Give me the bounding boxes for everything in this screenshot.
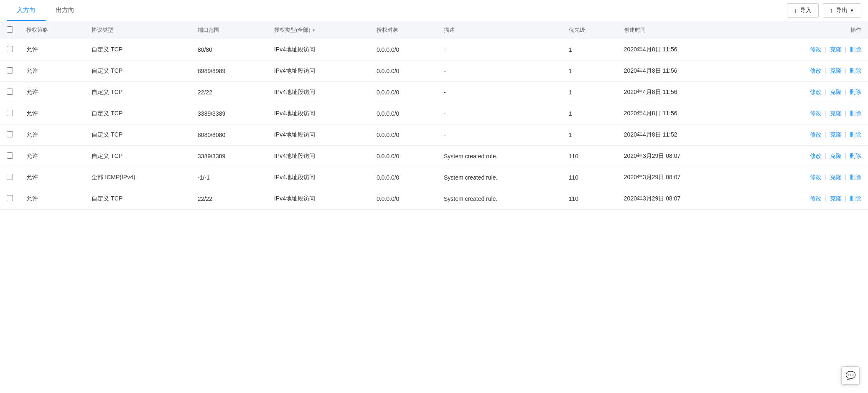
cell-protocol: 自定义 TCP [85,188,191,210]
cell-actions: 修改 | 克隆 | 删除 [748,82,868,103]
tab-inbound[interactable]: 入方向 [7,0,46,21]
export-dropdown-icon: ▼ [850,8,854,13]
row-checkbox-3[interactable] [7,110,13,116]
clone-link-3[interactable]: 克隆 [830,110,842,117]
cell-desc: - [437,103,562,124]
cell-created: 2020年3月29日 08:07 [617,167,748,188]
cell-desc: - [437,124,562,146]
cell-auth-target: 0.0.0.0/0 [370,61,437,82]
header-priority: 优先级 [562,21,617,39]
table-row: 允许 自定义 TCP 22/22 IPv4地址段访问 0.0.0.0/0 Sys… [0,188,868,210]
cell-desc: - [437,39,562,61]
cell-policy: 允许 [20,188,85,210]
export-button[interactable]: 导出 ▼ [823,3,861,18]
cell-auth-type: IPv4地址段访问 [267,167,370,188]
cell-desc: System created rule. [437,146,562,167]
cell-desc: - [437,61,562,82]
row-checkbox-cell [0,124,20,146]
import-label: 导入 [800,7,812,14]
clone-link-0[interactable]: 克隆 [830,46,842,53]
cell-actions: 修改 | 克隆 | 删除 [748,167,868,188]
cell-created: 2020年4月8日 11:52 [617,124,748,146]
cell-created: 2020年3月29日 08:07 [617,188,748,210]
row-checkbox-6[interactable] [7,174,13,180]
delete-link-7[interactable]: 删除 [850,195,861,202]
cell-port: -1/-1 [191,167,267,188]
cell-created: 2020年3月29日 08:07 [617,146,748,167]
edit-link-1[interactable]: 修改 [810,67,822,74]
delete-link-6[interactable]: 删除 [850,174,861,180]
cell-auth-type: IPv4地址段访问 [267,61,370,82]
cell-auth-target: 0.0.0.0/0 [370,103,437,124]
cell-desc: - [437,82,562,103]
sep2-6: | [845,174,846,180]
sep1-2: | [825,89,827,95]
cell-priority: 110 [562,146,617,167]
delete-link-0[interactable]: 删除 [850,46,861,53]
header-auth-type[interactable]: 授权类型(全部) ▼ [267,21,370,39]
clone-link-6[interactable]: 克隆 [830,174,842,180]
delete-link-3[interactable]: 删除 [850,110,861,117]
edit-link-2[interactable]: 修改 [810,89,822,95]
row-checkbox-1[interactable] [7,67,13,74]
rules-table: 授权策略 协议类型 端口范围 授权类型(全部) ▼ 授权对象 描述 优先级 创建… [0,21,868,210]
cell-desc: System created rule. [437,167,562,188]
cell-port: 8989/8989 [191,61,267,82]
clone-link-7[interactable]: 克隆 [830,195,842,202]
cell-policy: 允许 [20,103,85,124]
auth-type-filter[interactable]: 授权类型(全部) ▼ [274,26,316,34]
row-checkbox-0[interactable] [7,46,13,52]
edit-link-5[interactable]: 修改 [810,152,822,159]
cell-priority: 1 [562,39,617,61]
delete-link-1[interactable]: 删除 [850,67,861,74]
edit-link-3[interactable]: 修改 [810,110,822,117]
row-checkbox-2[interactable] [7,89,13,95]
edit-link-0[interactable]: 修改 [810,46,822,53]
cell-actions: 修改 | 克隆 | 删除 [748,61,868,82]
clone-link-2[interactable]: 克隆 [830,89,842,95]
delete-link-4[interactable]: 删除 [850,131,861,138]
header-auth-target: 授权对象 [370,21,437,39]
sep1-4: | [825,131,827,138]
sep2-1: | [845,67,846,74]
row-checkbox-cell [0,146,20,167]
delete-link-5[interactable]: 删除 [850,152,861,159]
table-row: 允许 自定义 TCP 22/22 IPv4地址段访问 0.0.0.0/0 - 1… [0,82,868,103]
cell-policy: 允许 [20,124,85,146]
cell-priority: 110 [562,188,617,210]
row-checkbox-cell [0,103,20,124]
delete-link-2[interactable]: 删除 [850,89,861,95]
edit-link-6[interactable]: 修改 [810,174,822,180]
edit-link-4[interactable]: 修改 [810,131,822,138]
header-checkbox-cell [0,21,20,39]
table-row: 允许 自定义 TCP 3389/3389 IPv4地址段访问 0.0.0.0/0… [0,103,868,124]
cell-policy: 允许 [20,167,85,188]
edit-link-7[interactable]: 修改 [810,195,822,202]
header-created: 创建时间 [617,21,748,39]
cell-priority: 1 [562,124,617,146]
tab-outbound[interactable]: 出方向 [46,0,84,21]
cell-actions: 修改 | 克隆 | 删除 [748,124,868,146]
table-header-row: 授权策略 协议类型 端口范围 授权类型(全部) ▼ 授权对象 描述 优先级 创建… [0,21,868,39]
import-button[interactable]: 导入 [787,3,819,18]
clone-link-1[interactable]: 克隆 [830,67,842,74]
cell-auth-type: IPv4地址段访问 [267,188,370,210]
row-checkbox-cell [0,39,20,61]
row-checkbox-7[interactable] [7,195,13,201]
select-all-checkbox[interactable] [7,26,13,33]
clone-link-4[interactable]: 克隆 [830,131,842,138]
export-label: 导出 [836,7,848,14]
cell-protocol: 自定义 TCP [85,124,191,146]
sep1-6: | [825,174,827,180]
clone-link-5[interactable]: 克隆 [830,152,842,159]
header-bar: 入方向 出方向 导入 导出 ▼ [0,0,868,21]
cell-priority: 1 [562,61,617,82]
cell-auth-target: 0.0.0.0/0 [370,167,437,188]
table-row: 允许 自定义 TCP 80/80 IPv4地址段访问 0.0.0.0/0 - 1… [0,39,868,61]
cell-protocol: 自定义 TCP [85,103,191,124]
row-checkbox-5[interactable] [7,152,13,159]
sep2-4: | [845,131,846,138]
cell-policy: 允许 [20,82,85,103]
cell-auth-type: IPv4地址段访问 [267,103,370,124]
row-checkbox-4[interactable] [7,131,13,137]
